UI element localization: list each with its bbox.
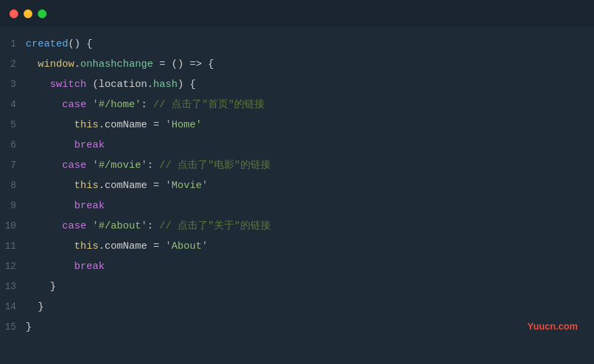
code-line: 3 switch (location.hash) {	[0, 74, 594, 94]
line-content: this.comName = 'Movie'	[26, 176, 208, 196]
line-number: 15	[0, 317, 26, 337]
line-number: 3	[0, 74, 26, 94]
code-line: 1created() {	[0, 34, 594, 54]
token: }	[26, 301, 44, 313]
code-line: 12 break	[0, 256, 594, 276]
token: .	[74, 59, 80, 70]
line-content: created() {	[26, 34, 92, 55]
token: created	[26, 38, 68, 50]
code-area: 1created() {2 window.onhashchange = () =…	[0, 27, 594, 344]
token: break	[26, 140, 105, 151]
line-content: window.onhashchange = () => {	[26, 55, 214, 75]
line-number: 8	[0, 175, 26, 195]
token: // 点击了"关于"的链接	[159, 220, 271, 232]
code-line: 10 case '#/about': // 点击了"关于"的链接	[0, 216, 594, 236]
token: hash	[153, 79, 178, 90]
token: .comName =	[99, 241, 165, 252]
token: (location.	[86, 79, 153, 90]
line-content: break	[26, 135, 105, 156]
token: '#/about'	[92, 220, 147, 232]
line-number: 4	[0, 94, 26, 115]
code-line: 9 break	[0, 195, 594, 216]
dot-yellow[interactable]	[24, 9, 32, 18]
line-number: 10	[0, 216, 26, 236]
line-number: 11	[0, 236, 26, 256]
token: case	[26, 160, 92, 171]
token: 'About'	[165, 241, 208, 252]
token: switch	[26, 79, 86, 90]
line-number: 14	[0, 297, 26, 317]
line-content: }	[26, 297, 44, 317]
token: () {	[68, 38, 92, 50]
code-line: 7 case '#/movie': // 点击了"电影"的链接	[0, 155, 594, 175]
token: :	[147, 220, 159, 232]
titlebar	[0, 0, 594, 27]
token: window	[26, 59, 74, 70]
line-number: 9	[0, 195, 26, 216]
token: break	[26, 200, 105, 212]
line-number: 5	[0, 115, 26, 135]
token: }	[26, 322, 32, 333]
line-number: 7	[0, 155, 26, 175]
line-content: break	[26, 196, 105, 216]
token: :	[147, 160, 159, 171]
dot-green[interactable]	[38, 9, 47, 18]
token: 'Movie'	[165, 180, 208, 191]
token: .comName =	[99, 119, 165, 131]
code-line: 11 this.comName = 'About'	[0, 236, 594, 256]
code-line: 2 window.onhashchange = () => {	[0, 54, 594, 74]
token: 'Home'	[165, 119, 202, 131]
dot-red[interactable]	[9, 9, 18, 18]
code-line: 5 this.comName = 'Home'	[0, 115, 594, 135]
token: this	[26, 241, 99, 252]
code-line: 6 break	[0, 135, 594, 155]
token: }	[26, 281, 56, 293]
line-content: case '#/about': // 点击了"关于"的链接	[26, 216, 271, 237]
token: // 点击了"电影"的链接	[159, 160, 271, 171]
token: '#/movie'	[92, 160, 147, 171]
watermark: Yuucn.com	[527, 321, 578, 332]
token: '#/home'	[92, 99, 141, 111]
token: ) {	[178, 79, 196, 90]
line-content: break	[26, 257, 105, 277]
token: case	[26, 99, 92, 111]
code-line: 8 this.comName = 'Movie'	[0, 175, 594, 195]
token: // 点击了"首页"的链接	[153, 99, 265, 111]
line-content: case '#/home': // 点击了"首页"的链接	[26, 95, 265, 115]
code-line: 14 }	[0, 297, 594, 317]
token: break	[26, 261, 105, 272]
code-line: 15}	[0, 317, 594, 337]
line-number: 6	[0, 135, 26, 155]
line-content: this.comName = 'Home'	[26, 115, 202, 135]
line-content: this.comName = 'About'	[26, 237, 208, 257]
line-number: 12	[0, 256, 26, 276]
line-number: 13	[0, 276, 26, 297]
token: .comName =	[99, 180, 165, 191]
line-content: }	[26, 317, 32, 338]
token: onhashchange	[80, 59, 153, 70]
token: this	[26, 180, 99, 191]
code-line: 13 }	[0, 276, 594, 297]
token: :	[141, 99, 153, 111]
code-line: 4 case '#/home': // 点击了"首页"的链接	[0, 94, 594, 115]
line-number: 2	[0, 54, 26, 74]
line-content: }	[26, 277, 56, 297]
token: case	[26, 220, 92, 232]
token: = () => {	[153, 59, 214, 70]
token: this	[26, 119, 99, 131]
line-content: switch (location.hash) {	[26, 75, 196, 95]
line-number: 1	[0, 34, 26, 54]
line-content: case '#/movie': // 点击了"电影"的链接	[26, 156, 271, 176]
